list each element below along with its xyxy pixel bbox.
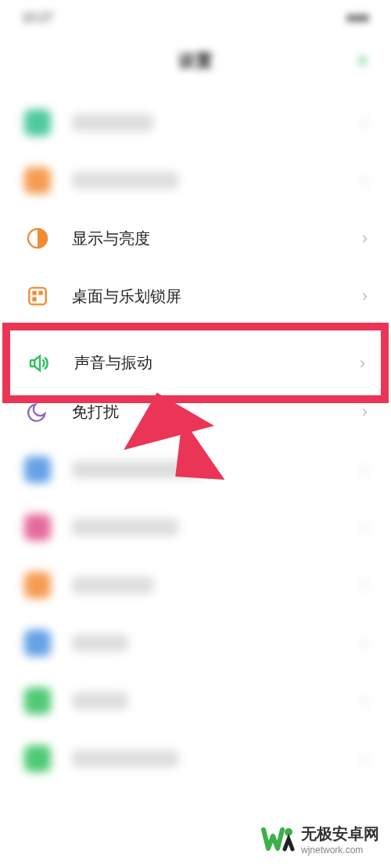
chevron-right-icon: › (362, 402, 368, 422)
assistant-icon (23, 513, 52, 541)
list-item[interactable]: › (0, 730, 391, 788)
svg-rect-3 (38, 291, 42, 295)
list-item-label (72, 114, 362, 131)
list-item[interactable]: › (0, 672, 391, 730)
arrow-pointer (117, 391, 227, 511)
page-header: 设置 ≡ (0, 35, 391, 86)
list-item[interactable]: 桌面与乐划锁屏› (0, 267, 391, 325)
accessibility-icon (23, 571, 52, 599)
list-item[interactable]: › (0, 152, 391, 209)
time-icon (23, 745, 52, 773)
watermark-url: wjnetwork.com (301, 845, 379, 855)
status-indicators: ■■■ (346, 11, 369, 25)
status-bar: 10:27 ■■■ (0, 0, 391, 35)
list-item[interactable]: 显示与亮度› (0, 209, 391, 267)
svg-rect-2 (32, 291, 36, 295)
chevron-right-icon: › (360, 353, 365, 373)
lock-icon (23, 455, 52, 484)
page-title: 设置 (178, 49, 213, 73)
list-item-label-sound: 声音与振动 (74, 352, 360, 373)
list-item-label: 显示与亮度 (72, 228, 362, 249)
chevron-right-icon: › (362, 633, 368, 653)
svg-rect-5 (30, 360, 34, 366)
chevron-right-icon: › (362, 748, 368, 769)
list-item[interactable]: › (0, 556, 391, 614)
chevron-right-icon: › (362, 575, 368, 595)
chevron-right-icon: › (362, 517, 368, 538)
list-item-label (72, 172, 362, 189)
chevron-right-icon: › (362, 113, 368, 133)
contrast-icon (23, 224, 52, 252)
status-time: 10:27 (22, 11, 53, 25)
chevron-right-icon: › (362, 459, 368, 480)
list-item-label (72, 692, 362, 709)
list-item-label: 桌面与乐划锁屏 (72, 286, 362, 307)
bell-icon (23, 166, 52, 195)
list-item-label (72, 577, 362, 594)
shield-icon (23, 629, 52, 657)
chevron-right-icon: › (362, 691, 368, 711)
grid-icon (23, 282, 52, 310)
chevron-right-icon: › (362, 228, 368, 248)
list-item[interactable]: › (0, 94, 391, 152)
header-action-icon[interactable]: ≡ (357, 51, 368, 71)
watermark-title: 无极安卓网 (301, 823, 379, 845)
list-item-sound[interactable]: 声音与振动 › (10, 330, 381, 395)
list-item-label (72, 519, 362, 536)
list-item[interactable]: › (0, 614, 391, 672)
speaker-icon (26, 349, 54, 377)
svg-rect-1 (29, 288, 45, 304)
chevron-right-icon: › (362, 170, 368, 191)
list-item-label (72, 750, 362, 767)
chevron-right-icon: › (362, 286, 368, 306)
battery-icon (23, 687, 52, 715)
sparkle-icon (23, 109, 52, 137)
watermark-logo-icon (260, 822, 295, 856)
svg-rect-4 (32, 297, 36, 301)
list-item-label (72, 634, 362, 652)
watermark: 无极安卓网 wjnetwork.com (260, 822, 379, 856)
